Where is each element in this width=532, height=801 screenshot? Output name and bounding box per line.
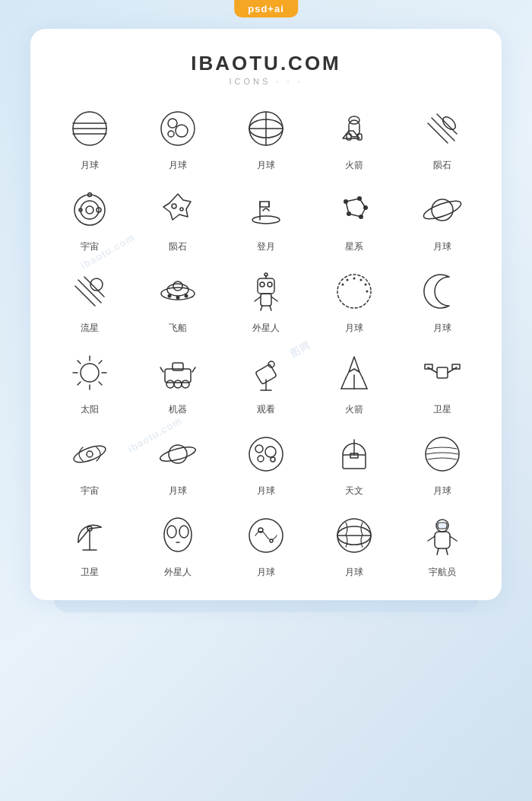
icon-item-15: 太阳 — [46, 345, 134, 416]
icon-item-20: 宇宙 — [46, 427, 134, 497]
icon-item-22: 月球 — [222, 427, 310, 497]
icon-label-27: 月球 — [257, 566, 275, 579]
svg-point-74 — [81, 364, 99, 382]
svg-line-79 — [78, 361, 81, 364]
icon-label-3: 火箭 — [345, 159, 363, 172]
svg-line-44 — [346, 202, 349, 214]
svg-rect-15 — [347, 134, 351, 140]
icon-item-7: 登月 — [222, 183, 310, 253]
icon-svg-11 — [150, 264, 205, 319]
svg-point-106 — [87, 451, 93, 457]
svg-point-45 — [432, 199, 453, 221]
icon-svg-14 — [415, 264, 470, 319]
icon-svg-10 — [62, 264, 117, 319]
svg-point-105 — [72, 443, 108, 466]
svg-line-138 — [446, 548, 448, 555]
icon-svg-9 — [415, 183, 470, 237]
icon-item-4: 陨石 — [398, 101, 486, 172]
icon-label-1: 月球 — [169, 159, 187, 172]
svg-line-88 — [160, 367, 163, 372]
svg-point-86 — [182, 380, 189, 388]
icon-item-29: 宇航员 — [398, 508, 486, 579]
svg-line-136 — [450, 536, 457, 541]
icon-label-14: 月球 — [433, 322, 451, 335]
svg-rect-33 — [260, 202, 269, 207]
icon-label-24: 月球 — [433, 485, 451, 497]
svg-point-84 — [166, 380, 174, 388]
icon-item-3: 火箭 — [310, 101, 398, 172]
svg-rect-114 — [343, 455, 366, 469]
svg-line-64 — [271, 297, 277, 301]
icon-label-7: 登月 — [257, 240, 275, 253]
svg-point-7 — [176, 125, 188, 137]
icon-item-0: 月球 — [46, 101, 134, 172]
svg-point-46 — [422, 198, 463, 223]
icon-item-14: 月球 — [398, 264, 486, 335]
svg-line-40 — [346, 199, 359, 202]
icon-svg-25 — [62, 508, 117, 563]
svg-line-47 — [78, 280, 101, 303]
icon-svg-27 — [239, 508, 293, 563]
icon-item-5: 宇宙 — [46, 183, 134, 253]
svg-point-73 — [366, 291, 369, 293]
icon-svg-0 — [62, 101, 117, 156]
svg-point-56 — [185, 294, 188, 298]
icon-item-2: 月球 — [222, 101, 310, 172]
icon-label-20: 宇宙 — [81, 485, 99, 497]
svg-point-111 — [265, 447, 276, 457]
icon-label-25: 卫星 — [81, 566, 99, 579]
svg-line-135 — [428, 536, 435, 541]
svg-rect-134 — [435, 532, 450, 548]
icon-label-11: 飞船 — [169, 322, 187, 335]
icon-label-23: 天文 — [345, 485, 363, 497]
svg-point-31 — [252, 216, 280, 224]
icon-svg-3 — [327, 101, 382, 156]
svg-line-82 — [78, 382, 81, 385]
icon-item-9: 月球 — [398, 183, 486, 253]
svg-point-8 — [168, 131, 174, 137]
svg-point-71 — [360, 279, 363, 281]
svg-point-22 — [86, 206, 93, 214]
icon-svg-18 — [327, 345, 382, 400]
icon-svg-1 — [150, 101, 205, 156]
svg-point-5 — [161, 112, 195, 145]
svg-point-61 — [264, 273, 268, 276]
icon-label-13: 月球 — [345, 322, 363, 335]
svg-marker-28 — [163, 194, 191, 220]
icon-label-26: 外星人 — [164, 566, 192, 579]
icon-svg-12 — [239, 264, 293, 319]
svg-point-58 — [260, 282, 264, 287]
svg-line-43 — [349, 214, 361, 217]
icon-svg-4 — [415, 101, 470, 156]
icon-svg-15 — [62, 345, 117, 400]
svg-point-67 — [337, 275, 371, 308]
icon-label-21: 月球 — [169, 485, 187, 497]
svg-point-117 — [426, 437, 459, 471]
icon-svg-22 — [239, 427, 293, 482]
icon-label-4: 陨石 — [433, 159, 451, 172]
icon-svg-23 — [327, 427, 382, 482]
svg-point-52 — [167, 284, 188, 296]
svg-point-70 — [353, 278, 356, 280]
svg-point-125 — [179, 526, 188, 538]
svg-point-72 — [365, 284, 367, 286]
icon-item-21: 月球 — [134, 427, 222, 497]
svg-point-113 — [271, 457, 275, 462]
icon-svg-5 — [62, 183, 117, 237]
icon-label-22: 月球 — [257, 485, 275, 497]
svg-line-66 — [270, 306, 271, 310]
icon-item-26: 外星人 — [134, 508, 222, 579]
icon-label-17: 观看 — [257, 403, 275, 416]
icon-label-29: 宇航员 — [429, 566, 456, 579]
svg-point-129 — [270, 539, 273, 542]
icon-svg-29 — [415, 508, 470, 563]
svg-point-29 — [172, 204, 176, 208]
format-badge: psd+ai — [234, 0, 298, 17]
icon-label-15: 太阳 — [81, 403, 99, 416]
icon-svg-19 — [415, 345, 470, 400]
icon-label-12: 外星人 — [252, 322, 280, 335]
icon-label-5: 宇宙 — [81, 240, 99, 253]
icon-item-19: 卫星 — [398, 345, 486, 416]
svg-line-98 — [363, 378, 367, 389]
svg-line-41 — [359, 199, 366, 208]
